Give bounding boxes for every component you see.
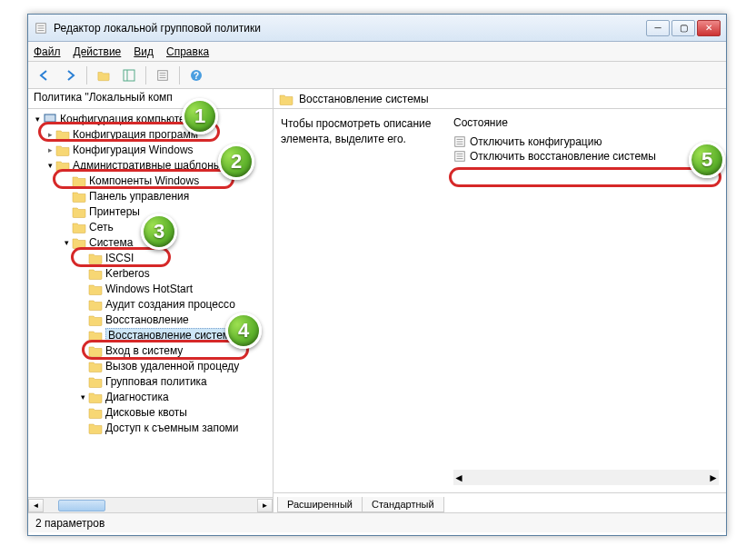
tree-hscrollbar[interactable]: ◄ ► bbox=[28, 497, 273, 512]
right-panel: Восстановление системы Чтобы просмотреть… bbox=[274, 89, 726, 512]
tree-item[interactable]: Kerberos bbox=[28, 265, 273, 281]
forward-button[interactable] bbox=[59, 65, 81, 86]
tab-standard[interactable]: Стандартный bbox=[363, 497, 444, 512]
menu-view[interactable]: Вид bbox=[134, 45, 154, 58]
scroll-right-button[interactable]: ► bbox=[708, 472, 719, 484]
tree-header[interactable]: Политика "Локальный комп bbox=[28, 89, 273, 109]
back-button[interactable] bbox=[34, 65, 55, 86]
up-button[interactable] bbox=[93, 65, 114, 86]
tree-item[interactable]: ▾Диагностика bbox=[28, 389, 273, 404]
menu-help[interactable]: Справка bbox=[166, 45, 209, 58]
window: Редактор локальной групповой политики ─ … bbox=[27, 14, 727, 536]
menu-action[interactable]: Действие bbox=[74, 45, 122, 58]
tree-root[interactable]: ▾Конфигурация компьютера bbox=[28, 111, 273, 126]
list-item[interactable]: Отключить восстановление системы bbox=[453, 149, 719, 164]
tree-item[interactable]: Дисковые квоты bbox=[28, 404, 273, 420]
scroll-left-button[interactable]: ◄ bbox=[28, 499, 44, 512]
show-tree-button[interactable] bbox=[118, 65, 140, 86]
status-text: 2 параметров bbox=[35, 517, 104, 530]
folder-icon bbox=[279, 93, 293, 105]
tree-item[interactable]: Аудит создания процессо bbox=[28, 296, 273, 312]
badge-1: 1 bbox=[182, 98, 218, 134]
badge-5: 5 bbox=[689, 142, 725, 178]
svg-text:?: ? bbox=[194, 71, 199, 81]
description-pane: Чтобы просмотреть описание элемента, выд… bbox=[281, 116, 444, 485]
tree-item[interactable]: Вызов удаленной процеду bbox=[28, 358, 273, 373]
badge-3: 3 bbox=[141, 213, 177, 250]
tree-item[interactable]: Групповая политика bbox=[28, 373, 273, 389]
tree-item[interactable]: ISCSI bbox=[28, 250, 273, 265]
minimize-button[interactable]: ─ bbox=[646, 20, 670, 36]
tabs: Расширенный Стандартный bbox=[274, 492, 726, 512]
settings-list: Состояние Отключить конфигурациюОтключит… bbox=[453, 116, 719, 485]
toolbar: ? bbox=[28, 62, 726, 89]
window-title: Редактор локальной групповой политики bbox=[54, 22, 646, 35]
description-text: Чтобы просмотреть описание элемента, выд… bbox=[281, 116, 444, 147]
right-panel-header: Восстановление системы bbox=[274, 89, 726, 109]
badge-4: 4 bbox=[225, 313, 262, 349]
tree-item[interactable]: ▸Конфигурация программ bbox=[28, 126, 273, 142]
help-button[interactable]: ? bbox=[185, 65, 207, 86]
tree-item[interactable]: Доступ к съемным запоми bbox=[28, 420, 273, 435]
list-item[interactable]: Отключить конфигурацию bbox=[453, 134, 719, 149]
menubar: Файл Действие Вид Справка bbox=[28, 42, 726, 62]
scroll-right-button[interactable]: ► bbox=[257, 499, 273, 512]
maximize-button[interactable]: ▢ bbox=[671, 20, 695, 36]
tree-item[interactable]: Windows HotStart bbox=[28, 281, 273, 296]
right-panel-title: Восстановление системы bbox=[299, 93, 429, 105]
content-area: Политика "Локальный комп ▾Конфигурация к… bbox=[28, 89, 726, 512]
titlebar[interactable]: Редактор локальной групповой политики ─ … bbox=[28, 15, 726, 42]
svg-rect-6 bbox=[124, 70, 134, 81]
app-icon bbox=[34, 21, 48, 35]
menu-file[interactable]: Файл bbox=[34, 45, 61, 58]
column-header-state[interactable]: Состояние bbox=[453, 116, 719, 129]
close-button[interactable]: ✕ bbox=[697, 20, 721, 36]
scroll-thumb[interactable] bbox=[58, 500, 105, 511]
scroll-left-button[interactable]: ◄ bbox=[453, 472, 464, 484]
badge-2: 2 bbox=[218, 144, 254, 180]
tree-item[interactable]: Панель управления bbox=[28, 188, 273, 204]
statusbar: 2 параметров bbox=[28, 512, 726, 532]
list-hscrollbar[interactable]: ◄ ► bbox=[453, 470, 719, 485]
tab-extended[interactable]: Расширенный bbox=[277, 497, 363, 512]
export-button[interactable] bbox=[152, 65, 174, 86]
